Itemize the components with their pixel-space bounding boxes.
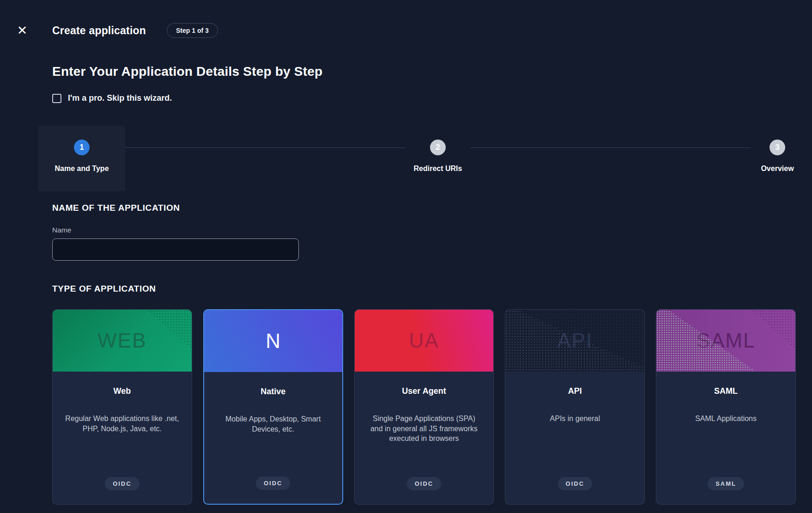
app-type-card-native[interactable]: N Native Mobile Apps, Desktop, Smart Dev… (203, 309, 343, 505)
app-type-card-web[interactable]: WEB Web Regular Web applications like .n… (52, 309, 192, 505)
user-agent-cover-text: UA (409, 329, 439, 352)
step-1-circle: 1 (74, 140, 90, 155)
app-type-card-user-agent[interactable]: UA User Agent Single Page Applications (… (354, 309, 494, 505)
card-description: APIs in general (550, 414, 600, 424)
protocol-badge: OIDC (105, 477, 139, 490)
step-name-and-type: 1 Name and Type (38, 126, 125, 191)
step-3-label: Overview (761, 165, 794, 173)
card-description: Regular Web applications like .net, PHP,… (65, 414, 180, 434)
web-cover-text: WEB (97, 329, 146, 352)
app-type-card-saml[interactable]: SAML SAML SAML Applications SAML (656, 309, 796, 505)
step-2-circle: 2 (430, 140, 446, 155)
step-1-label: Name and Type (55, 165, 109, 173)
saml-cover-text: SAML (697, 329, 756, 352)
card-title: Native (261, 387, 285, 397)
create-application-wizard: ✕ Create application Step 1 of 3 Enter Y… (0, 0, 812, 505)
wizard-topbar: ✕ Create application Step 1 of 3 (0, 0, 812, 38)
name-section-heading: NAME OF THE APPLICATION (52, 203, 812, 213)
protocol-badge: OIDC (256, 476, 291, 490)
name-field-label: Name (52, 226, 812, 234)
protocol-badge: SAML (708, 477, 744, 490)
card-description: Single Page Applications (SPA) and in ge… (367, 414, 482, 444)
wizard-heading: Enter Your Application Details Step by S… (52, 64, 812, 79)
skip-wizard-label: I'm a pro. Skip this wizard. (68, 93, 172, 103)
application-type-cards: WEB Web Regular Web applications like .n… (52, 309, 796, 505)
type-section-heading: TYPE OF APPLICATION (52, 284, 812, 294)
api-card-cover: API (505, 310, 644, 372)
protocol-badge: OIDC (407, 477, 442, 490)
close-icon[interactable]: ✕ (15, 24, 29, 37)
skip-wizard-option[interactable]: I'm a pro. Skip this wizard. (52, 93, 812, 103)
api-cover-text: API (557, 329, 593, 352)
user-agent-card-cover: UA (355, 310, 494, 372)
card-title: API (568, 386, 582, 396)
card-description: SAML Applications (695, 414, 757, 424)
app-type-card-api[interactable]: API API APIs in general OIDC (505, 309, 645, 505)
stepper-connector (125, 147, 406, 148)
application-name-input[interactable] (52, 238, 299, 261)
native-cover-text: N (266, 330, 280, 353)
step-3-circle: 3 (770, 140, 785, 155)
native-card-cover: N (204, 310, 342, 372)
card-title: SAML (714, 386, 738, 396)
card-description: Mobile Apps, Desktop, Smart Devices, etc… (216, 414, 330, 434)
stepper-connector (470, 147, 751, 148)
wizard-stepper: 1 Name and Type 2 Redirect URIs 3 Overvi… (38, 126, 804, 191)
step-overview: 3 Overview (751, 126, 804, 173)
step-2-label: Redirect URIs (414, 165, 462, 173)
protocol-badge: OIDC (558, 477, 593, 490)
step-redirect-uris: 2 Redirect URIs (406, 126, 470, 173)
card-title: User Agent (402, 386, 446, 396)
saml-card-cover: SAML (656, 310, 795, 372)
skip-wizard-checkbox[interactable] (52, 94, 61, 103)
web-card-cover: WEB (53, 310, 192, 372)
step-indicator-badge: Step 1 of 3 (167, 23, 218, 38)
card-title: Web (114, 386, 131, 396)
page-title: Create application (52, 24, 146, 37)
